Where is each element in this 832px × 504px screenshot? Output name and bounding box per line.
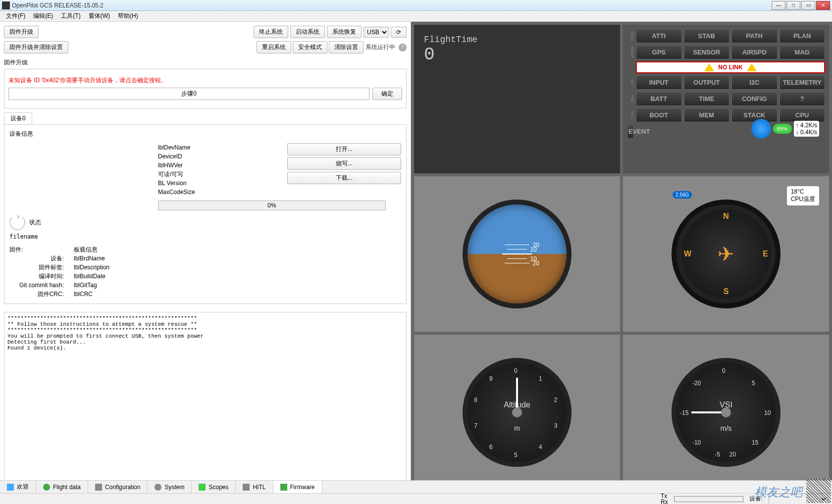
gear-icon <box>155 484 161 491</box>
bird-icon <box>751 119 771 139</box>
tab-welcome[interactable]: 欢迎 <box>0 481 36 493</box>
qr-code <box>806 478 831 503</box>
firmware-panel: 固件升级 终止系统 启动系统 系统恢复 USB ⟳ 固件升级并清除设置 重启系统… <box>0 22 411 493</box>
no-link-banner: NO LINK <box>636 61 825 73</box>
compass-gauge-panel: N S E W ✈ 2.56G 18°C CPU温度 <box>623 176 829 332</box>
restore-button[interactable]: □ <box>786 1 800 10</box>
speed-badge: ↑ 4.2K/s ↓ 0.4K/s <box>794 121 819 137</box>
maximize-button[interactable]: ▭ <box>801 1 815 10</box>
warning-icon <box>747 63 757 71</box>
close-button[interactable]: ✕ <box>816 1 830 10</box>
tab-system[interactable]: System <box>148 481 192 493</box>
vsi-gauge-panel: VSI m/s 05101520-20-15-10-5 <box>623 335 829 490</box>
status-i2c: I2C <box>731 75 778 90</box>
status-output: OUTPUT <box>684 75 730 90</box>
help-icon[interactable]: ? <box>399 44 407 51</box>
restore-button[interactable]: 系统恢复 <box>327 26 362 38</box>
welcome-icon <box>7 484 14 491</box>
status-plan: PLAN <box>780 29 826 43</box>
status-bar: Tx Rx 设备: <box>0 493 832 504</box>
status-batt: BATT <box>636 92 682 106</box>
refresh-button[interactable]: ⟳ <box>391 27 407 38</box>
menu-help[interactable]: 帮助(H) <box>114 11 142 21</box>
tab-flight-data[interactable]: Flight data <box>36 481 88 493</box>
tab-hitl[interactable]: HITL <box>236 481 273 493</box>
board-info: 板载信息 <box>74 245 109 254</box>
fw-title: 固件: <box>9 245 64 254</box>
window-title: OpenPilot GCS RELEASE-15.05.2 <box>12 2 772 9</box>
title-bar: OpenPilot GCS RELEASE-15.05.2 — □ ▭ ✕ <box>0 0 832 11</box>
status-gps: GPS <box>636 45 682 59</box>
menu-edit[interactable]: 编辑(E) <box>29 11 57 21</box>
minimize-button[interactable]: — <box>772 1 785 10</box>
menu-window[interactable]: 窗体(W) <box>85 11 114 21</box>
vsi-gauge: VSI m/s 05101520-20-15-10-5 <box>672 358 780 467</box>
firmware-upgrade-button[interactable]: 固件升级 <box>4 26 39 38</box>
download-button[interactable]: 下载... <box>287 172 401 184</box>
tab-firmware[interactable]: Firmware <box>273 481 322 493</box>
progress-bar: 0% <box>158 201 386 210</box>
status-q: ? <box>780 92 826 106</box>
menu-file[interactable]: 文件(F) <box>2 11 29 21</box>
upgrade-clear-button[interactable]: 固件升级并清除设置 <box>4 41 68 53</box>
status-time: TIME <box>684 92 730 106</box>
compass-indicator: N S E W ✈ <box>672 200 780 308</box>
globe-icon <box>43 484 50 491</box>
altitude-gauge: Altitude m 0123456789 <box>463 358 572 467</box>
device-tab[interactable]: 设备0 <box>4 112 32 124</box>
reload-icon <box>9 214 25 230</box>
menu-tools[interactable]: 工具(T) <box>57 11 84 21</box>
connection-select[interactable]: USB <box>364 27 389 38</box>
status-airspd: AIRSPD <box>731 45 778 59</box>
flight-time-value: 0 <box>424 45 610 65</box>
system-status-grid: AUTO ATTI STAB PATH PLAN SENSR GPS SENSO… <box>623 25 829 173</box>
step-display: 步骤0 <box>8 88 369 100</box>
section-title: 固件升级 <box>4 58 407 67</box>
safemode-button[interactable]: 安全模式 <box>293 41 327 53</box>
scope-icon <box>199 484 206 491</box>
status-input: INPUT <box>636 75 682 90</box>
status-sensor: SENSOR <box>684 45 730 59</box>
bottom-tabs: 欢迎 Flight data Configuration System Scop… <box>0 480 832 493</box>
status-atti: ATTI <box>636 29 682 43</box>
tab-configuration[interactable]: Configuration <box>88 481 148 493</box>
device-label: 设备: <box>749 495 763 503</box>
altitude-gauge-panel: Altitude m 0123456789 <box>414 335 620 490</box>
flight-time-label: FlightTime <box>424 35 610 45</box>
attitude-indicator: 20 10 10 20 <box>463 200 572 308</box>
status-mem: MEM <box>684 108 730 122</box>
clear-settings-button[interactable]: 清除设置 <box>329 41 364 53</box>
status-config: CONFIG <box>731 92 778 106</box>
flight-time-panel: FlightTime 0 <box>414 25 620 173</box>
status-boot: BOOT <box>636 108 682 122</box>
device-info-label: 设备信息 <box>9 130 401 138</box>
status-stab: STAB <box>684 29 730 43</box>
start-button[interactable]: 启动系统 <box>290 26 325 38</box>
attitude-gauge-panel: 20 10 10 20 <box>414 176 620 332</box>
reboot-button[interactable]: 重启系统 <box>257 41 291 53</box>
chip-icon <box>280 484 287 491</box>
app-icon <box>2 1 10 9</box>
plane-icon: ✈ <box>718 243 734 265</box>
filename-label: filename <box>9 233 401 240</box>
error-message: 未知设备 ID '0x402'你需要手动升级设备，请点击确定按钮。 <box>8 76 402 85</box>
status-telemetry: TELEMETRY <box>780 75 826 90</box>
txrx-indicator: Tx Rx <box>661 493 668 504</box>
system-status: 系统运行中 <box>365 44 395 50</box>
console-output: ****************************************… <box>4 312 407 489</box>
ghz-badge: 2.56G <box>673 191 692 199</box>
network-overlay: 65% ↑ 4.2K/s ↓ 0.4K/s <box>751 119 819 139</box>
tab-scopes[interactable]: Scopes <box>192 481 236 493</box>
status-mag: MAG <box>780 45 826 59</box>
device-properties: lblDevName DeviceID lblHWVer 可读/可写 BL Ve… <box>158 143 195 197</box>
open-button[interactable]: 打开... <box>287 143 401 155</box>
gamepad-icon <box>243 484 250 491</box>
pct-badge: 65% <box>773 124 792 134</box>
terminate-button[interactable]: 终止系统 <box>254 26 288 38</box>
status-event: EVENT <box>627 124 634 139</box>
confirm-button[interactable]: 确定 <box>372 88 402 100</box>
burn-button[interactable]: 烧写... <box>287 157 401 170</box>
menu-bar: 文件(F) 编辑(E) 工具(T) 窗体(W) 帮助(H) <box>0 11 832 22</box>
wrench-icon <box>95 484 102 491</box>
status-path: PATH <box>731 29 778 43</box>
